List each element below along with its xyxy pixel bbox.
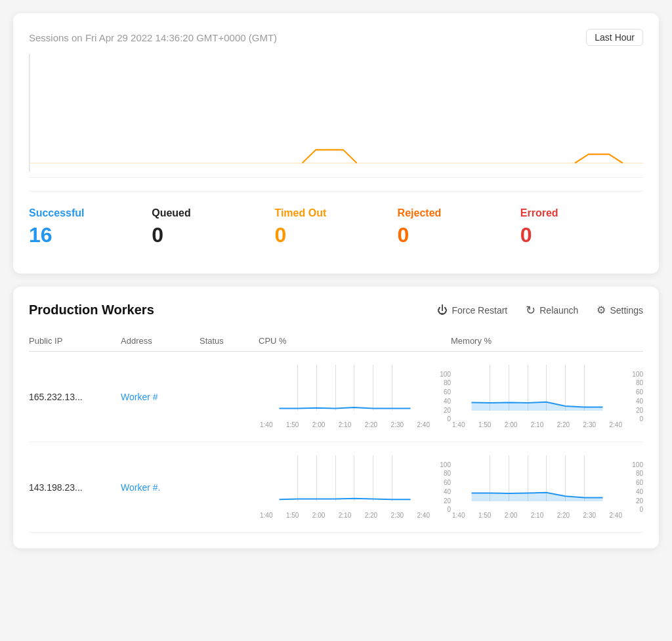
relaunch-button[interactable]: ↻ Relaunch [526, 304, 578, 316]
mem-x-labels-2: 1:40 1:50 2:00 2:10 2:20 2:30 2:40 [451, 512, 623, 519]
relaunch-icon: ↻ [526, 304, 536, 316]
force-restart-label: Force Restart [452, 305, 507, 316]
workers-title: Production Workers [29, 302, 154, 318]
stat-successful: Successful 16 [29, 207, 152, 247]
sessions-title: Sessions on Fri Apr 29 2022 14:36:20 GMT… [29, 32, 277, 43]
settings-label: Settings [610, 305, 643, 316]
cpu-svg-1 [259, 365, 431, 417]
relaunch-label: Relaunch [539, 305, 578, 316]
cpu-chart-1: 1:40 1:50 2:00 2:10 2:20 2:30 2:40 100 8… [259, 365, 451, 428]
stat-value-timedout: 0 [274, 223, 397, 247]
col-public-ip: Public IP [29, 336, 121, 346]
cpu-chart-svg-container-2: 1:40 1:50 2:00 2:10 2:20 2:30 2:40 [259, 455, 431, 519]
stats-divider [29, 177, 643, 178]
col-status: Status [200, 336, 259, 346]
mem-svg-2 [451, 455, 623, 508]
cpu-chart-2: 1:40 1:50 2:00 2:10 2:20 2:30 2:40 100 8… [259, 455, 451, 519]
stats-row: Successful 16 Queued 0 Timed Out 0 Rejec… [29, 191, 643, 258]
last-hour-button[interactable]: Last Hour [586, 29, 643, 46]
mem-chart-svg-container-1: 1:40 1:50 2:00 2:10 2:20 2:30 2:40 [451, 365, 623, 428]
table-row: 143.198.23... Worker #. 1:40 1:50 2:00 [29, 442, 643, 533]
mem-chart-svg-container-2: 1:40 1:50 2:00 2:10 2:20 2:30 2:40 [451, 455, 623, 519]
cpu-chart-svg-container-1: 1:40 1:50 2:00 2:10 2:20 2:30 2:40 [259, 365, 431, 428]
stat-label-rejected: Rejected [398, 207, 520, 219]
settings-button[interactable]: ⚙ Settings [597, 305, 643, 316]
mem-chart-1: 1:40 1:50 2:00 2:10 2:20 2:30 2:40 100 8… [451, 365, 643, 428]
stat-label-timedout: Timed Out [274, 207, 397, 219]
stat-value-successful: 16 [29, 223, 152, 247]
settings-icon: ⚙ [597, 305, 606, 316]
workers-section: Production Workers ⏻ Force Restart ↻ Rel… [13, 287, 659, 548]
stat-label-errored: Errored [520, 207, 643, 219]
worker-address-2[interactable]: Worker #. [121, 482, 200, 493]
workers-actions: ⏻ Force Restart ↻ Relaunch ⚙ Settings [437, 304, 643, 316]
sessions-header: Sessions on Fri Apr 29 2022 14:36:20 GMT… [29, 29, 643, 46]
table-header: Public IP Address Status CPU % Memory % [29, 331, 643, 352]
mem-svg-1 [451, 365, 623, 417]
mem-y-labels-1: 100 80 60 40 20 0 [627, 371, 643, 423]
cpu-x-labels-2: 1:40 1:50 2:00 2:10 2:20 2:30 2:40 [259, 512, 431, 519]
worker-ip-2: 143.198.23... [29, 482, 121, 493]
power-icon: ⏻ [437, 305, 448, 316]
worker-ip-1: 165.232.13... [29, 392, 121, 402]
col-cpu: CPU % [259, 336, 451, 346]
mem-chart-2: 1:40 1:50 2:00 2:10 2:20 2:30 2:40 100 8… [451, 455, 643, 519]
table-row: 165.232.13... Worker # 1:40 [29, 352, 643, 442]
workers-header: Production Workers ⏻ Force Restart ↻ Rel… [29, 302, 643, 318]
cpu-y-labels-1: 100 80 60 40 20 0 [435, 371, 451, 423]
stat-queued: Queued 0 [152, 207, 274, 247]
col-memory: Memory % [451, 336, 643, 346]
cpu-y-labels-2: 100 80 60 40 20 0 [435, 461, 451, 514]
stat-errored: Errored 0 [520, 207, 643, 247]
sessions-chart [29, 54, 643, 172]
mem-y-labels-2: 100 80 60 40 20 0 [627, 461, 643, 514]
mem-x-labels-1: 1:40 1:50 2:00 2:10 2:20 2:30 2:40 [451, 421, 623, 428]
stat-rejected: Rejected 0 [398, 207, 520, 247]
worker-address-1[interactable]: Worker # [121, 392, 200, 402]
stat-label-queued: Queued [152, 207, 274, 219]
stat-value-errored: 0 [520, 223, 643, 247]
stat-label-successful: Successful [29, 207, 152, 219]
stat-value-queued: 0 [152, 223, 274, 247]
sessions-card: Sessions on Fri Apr 29 2022 14:36:20 GMT… [13, 13, 659, 274]
force-restart-button[interactable]: ⏻ Force Restart [437, 305, 507, 316]
sessions-chart-svg [30, 54, 643, 172]
stat-timedout: Timed Out 0 [274, 207, 397, 247]
stat-value-rejected: 0 [398, 223, 520, 247]
cpu-x-labels-1: 1:40 1:50 2:00 2:10 2:20 2:30 2:40 [259, 421, 431, 428]
col-address: Address [121, 336, 200, 346]
cpu-svg-2 [259, 455, 431, 508]
